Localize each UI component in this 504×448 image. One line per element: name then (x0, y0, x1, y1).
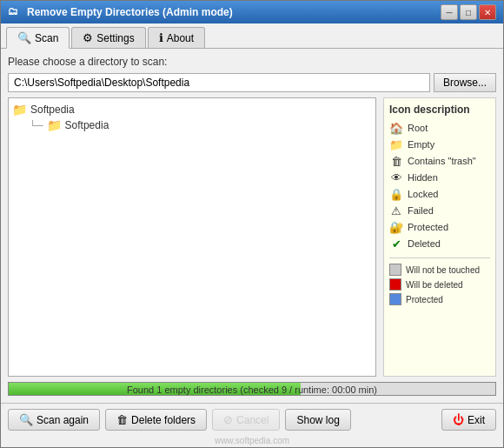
delete-box (389, 278, 401, 291)
tree-children: └─ 📁 Softpedia (30, 117, 372, 133)
window-controls: ─ □ ✕ (441, 4, 496, 20)
scan-tab-label: Scan (35, 32, 58, 44)
trash-label: Contains "trash" (408, 156, 476, 166)
tree-child-label: Softpedia (65, 119, 109, 131)
about-tab-label: About (167, 32, 194, 44)
show-log-label: Show log (296, 414, 339, 426)
cancel-label: Cancel (236, 414, 269, 426)
protected-icon: 🔐 (389, 220, 403, 234)
tree-root-label: Softpedia (30, 104, 75, 116)
hidden-label: Hidden (408, 172, 438, 183)
progress-area: Found 1 empty directories (checked 9 / r… (8, 382, 496, 396)
hidden-icon: 👁 (389, 171, 403, 184)
app-icon: 🗂 (8, 5, 22, 19)
tree-child-icon: 📁 (47, 118, 62, 132)
watermark: www.softpedia.com (1, 436, 503, 447)
scan-tab-icon: 🔍 (17, 31, 31, 44)
tree-connector: └─ (30, 120, 43, 130)
failed-icon: ⚠ (389, 204, 403, 217)
root-icon: 🏠 (389, 121, 403, 135)
exit-icon: ⏻ (453, 413, 464, 426)
deleted-label: Deleted (408, 238, 441, 249)
protected-box (389, 293, 401, 305)
locked-label: Locked (408, 189, 438, 199)
exit-button[interactable]: ⏻ Exit (441, 409, 496, 431)
delete-label: Will be deleted (406, 280, 463, 290)
failed-label: Failed (408, 205, 434, 216)
tree-item-child[interactable]: └─ 📁 Softpedia (30, 117, 372, 133)
icon-description-title: Icon description (389, 104, 490, 116)
tree-root: 📁 Softpedia └─ 📁 Softpedia (12, 102, 372, 133)
protected-label: Protected (408, 222, 448, 232)
legend-section: Will not be touched Will be deleted Prot… (389, 257, 490, 305)
progress-text: Found 1 empty directories (checked 9 / r… (9, 383, 495, 396)
delete-folders-icon: 🗑 (116, 413, 128, 426)
tab-bar: 🔍 Scan ⚙ Settings ℹ About (1, 23, 503, 49)
notouch-label: Will not be touched (406, 265, 480, 275)
exit-label: Exit (468, 414, 485, 426)
scan-again-button[interactable]: 🔍 Scan again (8, 409, 100, 431)
delete-folders-button[interactable]: 🗑 Delete folders (105, 409, 207, 431)
settings-tab-icon: ⚙ (83, 31, 93, 44)
maximize-button[interactable]: □ (460, 4, 477, 20)
cancel-icon: ⊘ (223, 413, 233, 426)
empty-label: Empty (408, 139, 434, 150)
icon-row-deleted: ✔ Deleted (389, 237, 490, 251)
window-title: Remove Empty Directories (Admin mode) (27, 6, 233, 18)
icon-description-panel: Icon description 🏠 Root 📁 Empty 🗑 Contai… (383, 97, 496, 377)
tree-panel[interactable]: 📁 Softpedia └─ 📁 Softpedia (8, 97, 376, 377)
icon-row-hidden: 👁 Hidden (389, 171, 490, 184)
root-label: Root (408, 123, 428, 133)
icon-row-empty: 📁 Empty (389, 137, 490, 151)
title-bar: 🗂 Remove Empty Directories (Admin mode) … (1, 1, 503, 23)
delete-folders-label: Delete folders (131, 414, 196, 426)
icon-row-locked: 🔒 Locked (389, 187, 490, 201)
protected-legend-label: Protected (406, 295, 443, 304)
trash-icon: 🗑 (389, 154, 403, 168)
scan-again-label: Scan again (36, 414, 89, 426)
dir-row: Browse... (8, 73, 496, 92)
action-buttons: 🔍 Scan again 🗑 Delete folders ⊘ Cancel S… (8, 409, 351, 431)
deleted-icon: ✔ (389, 237, 403, 251)
empty-icon: 📁 (389, 137, 403, 151)
cancel-button[interactable]: ⊘ Cancel (212, 409, 280, 431)
show-log-button[interactable]: Show log (285, 409, 350, 431)
tab-about[interactable]: ℹ About (148, 27, 205, 48)
bottom-bar: 🔍 Scan again 🗑 Delete folders ⊘ Cancel S… (1, 403, 503, 436)
icon-row-protected: 🔐 Protected (389, 220, 490, 234)
dir-label: Please choose a directory to scan: (8, 56, 496, 68)
icon-row-trash: 🗑 Contains "trash" (389, 154, 490, 168)
scan-again-icon: 🔍 (19, 413, 33, 426)
close-button[interactable]: ✕ (479, 4, 496, 20)
tab-scan[interactable]: 🔍 Scan (6, 27, 70, 49)
tab-settings[interactable]: ⚙ Settings (71, 27, 145, 48)
progress-bar: Found 1 empty directories (checked 9 / r… (8, 382, 496, 396)
settings-tab-label: Settings (96, 32, 134, 44)
main-area: 📁 Softpedia └─ 📁 Softpedia Icon descript… (8, 97, 496, 377)
minimize-button[interactable]: ─ (441, 4, 458, 20)
legend-row-protected: Protected (389, 293, 490, 305)
icon-row-failed: ⚠ Failed (389, 204, 490, 217)
dir-input[interactable] (8, 73, 430, 92)
main-content: Please choose a directory to scan: Brows… (1, 49, 503, 403)
tree-root-icon: 📁 (12, 103, 27, 117)
about-tab-icon: ℹ (159, 31, 163, 44)
main-window: 🗂 Remove Empty Directories (Admin mode) … (0, 0, 504, 448)
browse-button[interactable]: Browse... (434, 73, 496, 92)
notouch-box (389, 264, 401, 276)
tree-item-root[interactable]: 📁 Softpedia (12, 102, 372, 117)
legend-row-delete: Will be deleted (389, 278, 490, 291)
icon-row-root: 🏠 Root (389, 121, 490, 135)
legend-row-notouch: Will not be touched (389, 264, 490, 276)
locked-icon: 🔒 (389, 187, 403, 201)
